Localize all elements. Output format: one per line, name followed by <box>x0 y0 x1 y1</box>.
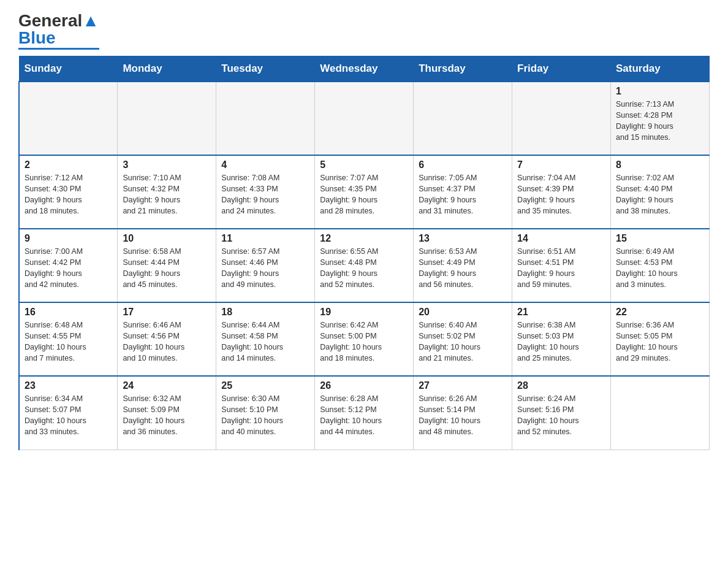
day-number: 15 <box>616 233 704 244</box>
calendar-cell: 26Sunrise: 6:28 AM Sunset: 5:12 PM Dayli… <box>315 376 414 450</box>
logo-line <box>18 48 99 50</box>
day-number: 20 <box>419 307 507 318</box>
day-number: 17 <box>123 307 211 318</box>
weekday-header-monday: Monday <box>118 56 216 82</box>
logo-triangle-icon: ▲ <box>82 11 99 30</box>
day-info: Sunrise: 6:34 AM Sunset: 5:07 PM Dayligh… <box>25 393 112 438</box>
calendar-cell <box>19 82 118 155</box>
calendar-cell: 19Sunrise: 6:42 AM Sunset: 5:00 PM Dayli… <box>315 302 414 376</box>
logo-text: General▲ Blue <box>18 12 99 47</box>
logo-blue-text: Blue <box>18 28 56 47</box>
calendar-cell <box>611 376 710 450</box>
day-number: 25 <box>221 380 309 391</box>
day-info: Sunrise: 7:07 AM Sunset: 4:35 PM Dayligh… <box>320 172 408 217</box>
weekday-header-saturday: Saturday <box>611 56 710 82</box>
calendar-cell: 7Sunrise: 7:04 AM Sunset: 4:39 PM Daylig… <box>512 155 611 229</box>
day-number: 1 <box>616 86 704 97</box>
calendar-cell: 28Sunrise: 6:24 AM Sunset: 5:16 PM Dayli… <box>512 376 611 450</box>
day-info: Sunrise: 6:32 AM Sunset: 5:09 PM Dayligh… <box>123 393 211 438</box>
day-info: Sunrise: 6:42 AM Sunset: 5:00 PM Dayligh… <box>320 320 408 364</box>
day-info: Sunrise: 6:30 AM Sunset: 5:10 PM Dayligh… <box>221 393 309 438</box>
day-info: Sunrise: 7:02 AM Sunset: 4:40 PM Dayligh… <box>616 172 704 217</box>
day-number: 3 <box>123 159 211 170</box>
calendar-cell: 11Sunrise: 6:57 AM Sunset: 4:46 PM Dayli… <box>216 229 315 302</box>
calendar-cell: 18Sunrise: 6:44 AM Sunset: 4:58 PM Dayli… <box>216 302 315 376</box>
day-info: Sunrise: 6:38 AM Sunset: 5:03 PM Dayligh… <box>517 320 605 364</box>
calendar-cell: 1Sunrise: 7:13 AM Sunset: 4:28 PM Daylig… <box>611 82 710 155</box>
calendar-cell: 16Sunrise: 6:48 AM Sunset: 4:55 PM Dayli… <box>19 302 118 376</box>
day-number: 23 <box>25 380 112 391</box>
calendar-cell: 2Sunrise: 7:12 AM Sunset: 4:30 PM Daylig… <box>19 155 118 229</box>
calendar-cell: 22Sunrise: 6:36 AM Sunset: 5:05 PM Dayli… <box>611 302 710 376</box>
day-number: 12 <box>320 233 408 244</box>
calendar-cell: 6Sunrise: 7:05 AM Sunset: 4:37 PM Daylig… <box>414 155 512 229</box>
calendar-body: 1Sunrise: 7:13 AM Sunset: 4:28 PM Daylig… <box>19 82 710 450</box>
calendar-cell: 4Sunrise: 7:08 AM Sunset: 4:33 PM Daylig… <box>216 155 315 229</box>
weekday-header-friday: Friday <box>512 56 611 82</box>
day-info: Sunrise: 6:57 AM Sunset: 4:46 PM Dayligh… <box>221 246 309 291</box>
calendar-cell <box>512 82 611 155</box>
calendar-cell: 20Sunrise: 6:40 AM Sunset: 5:02 PM Dayli… <box>414 302 512 376</box>
day-number: 5 <box>320 159 408 170</box>
day-info: Sunrise: 7:13 AM Sunset: 4:28 PM Dayligh… <box>616 99 704 144</box>
weekday-header-thursday: Thursday <box>414 56 512 82</box>
day-number: 22 <box>616 307 704 318</box>
calendar-cell: 14Sunrise: 6:51 AM Sunset: 4:51 PM Dayli… <box>512 229 611 302</box>
calendar-cell: 21Sunrise: 6:38 AM Sunset: 5:03 PM Dayli… <box>512 302 611 376</box>
day-number: 10 <box>123 233 211 244</box>
day-number: 8 <box>616 159 704 170</box>
day-info: Sunrise: 6:46 AM Sunset: 4:56 PM Dayligh… <box>123 320 211 364</box>
calendar-week-row: 23Sunrise: 6:34 AM Sunset: 5:07 PM Dayli… <box>19 376 710 450</box>
day-number: 13 <box>419 233 507 244</box>
day-number: 11 <box>221 233 309 244</box>
day-info: Sunrise: 6:51 AM Sunset: 4:51 PM Dayligh… <box>517 246 605 291</box>
day-number: 4 <box>221 159 309 170</box>
day-info: Sunrise: 7:10 AM Sunset: 4:32 PM Dayligh… <box>123 172 211 217</box>
day-number: 18 <box>221 307 309 318</box>
day-number: 19 <box>320 307 408 318</box>
calendar-cell <box>414 82 512 155</box>
day-number: 28 <box>517 380 605 391</box>
weekday-header-tuesday: Tuesday <box>216 56 315 82</box>
calendar-cell: 27Sunrise: 6:26 AM Sunset: 5:14 PM Dayli… <box>414 376 512 450</box>
calendar-week-row: 1Sunrise: 7:13 AM Sunset: 4:28 PM Daylig… <box>19 82 710 155</box>
day-info: Sunrise: 6:28 AM Sunset: 5:12 PM Dayligh… <box>320 393 408 438</box>
calendar-cell <box>118 82 216 155</box>
calendar-cell: 5Sunrise: 7:07 AM Sunset: 4:35 PM Daylig… <box>315 155 414 229</box>
day-info: Sunrise: 6:49 AM Sunset: 4:53 PM Dayligh… <box>616 246 704 291</box>
calendar-cell <box>315 82 414 155</box>
day-number: 16 <box>25 307 112 318</box>
day-info: Sunrise: 6:24 AM Sunset: 5:16 PM Dayligh… <box>517 393 605 438</box>
calendar-table: SundayMondayTuesdayWednesdayThursdayFrid… <box>18 56 710 450</box>
page-header: General▲ Blue <box>18 12 710 50</box>
calendar-cell: 17Sunrise: 6:46 AM Sunset: 4:56 PM Dayli… <box>118 302 216 376</box>
day-info: Sunrise: 7:08 AM Sunset: 4:33 PM Dayligh… <box>221 172 309 217</box>
day-info: Sunrise: 6:40 AM Sunset: 5:02 PM Dayligh… <box>419 320 507 364</box>
day-number: 7 <box>517 159 605 170</box>
day-info: Sunrise: 7:04 AM Sunset: 4:39 PM Dayligh… <box>517 172 605 217</box>
calendar-cell: 3Sunrise: 7:10 AM Sunset: 4:32 PM Daylig… <box>118 155 216 229</box>
day-number: 26 <box>320 380 408 391</box>
weekday-header-row: SundayMondayTuesdayWednesdayThursdayFrid… <box>19 56 710 82</box>
calendar-cell: 8Sunrise: 7:02 AM Sunset: 4:40 PM Daylig… <box>611 155 710 229</box>
day-info: Sunrise: 6:58 AM Sunset: 4:44 PM Dayligh… <box>123 246 211 291</box>
calendar-cell: 10Sunrise: 6:58 AM Sunset: 4:44 PM Dayli… <box>118 229 216 302</box>
calendar-cell: 24Sunrise: 6:32 AM Sunset: 5:09 PM Dayli… <box>118 376 216 450</box>
calendar-cell <box>216 82 315 155</box>
calendar-week-row: 9Sunrise: 7:00 AM Sunset: 4:42 PM Daylig… <box>19 229 710 302</box>
weekday-header-sunday: Sunday <box>19 56 118 82</box>
day-info: Sunrise: 6:48 AM Sunset: 4:55 PM Dayligh… <box>25 320 112 364</box>
weekday-header-wednesday: Wednesday <box>315 56 414 82</box>
day-number: 14 <box>517 233 605 244</box>
day-number: 9 <box>25 233 112 244</box>
calendar-week-row: 16Sunrise: 6:48 AM Sunset: 4:55 PM Dayli… <box>19 302 710 376</box>
calendar-cell: 13Sunrise: 6:53 AM Sunset: 4:49 PM Dayli… <box>414 229 512 302</box>
calendar-cell: 9Sunrise: 7:00 AM Sunset: 4:42 PM Daylig… <box>19 229 118 302</box>
calendar-cell: 23Sunrise: 6:34 AM Sunset: 5:07 PM Dayli… <box>19 376 118 450</box>
day-number: 2 <box>25 159 112 170</box>
calendar-header: SundayMondayTuesdayWednesdayThursdayFrid… <box>19 56 710 82</box>
day-info: Sunrise: 7:12 AM Sunset: 4:30 PM Dayligh… <box>25 172 112 217</box>
day-info: Sunrise: 6:44 AM Sunset: 4:58 PM Dayligh… <box>221 320 309 364</box>
day-info: Sunrise: 6:53 AM Sunset: 4:49 PM Dayligh… <box>419 246 507 291</box>
day-number: 27 <box>419 380 507 391</box>
